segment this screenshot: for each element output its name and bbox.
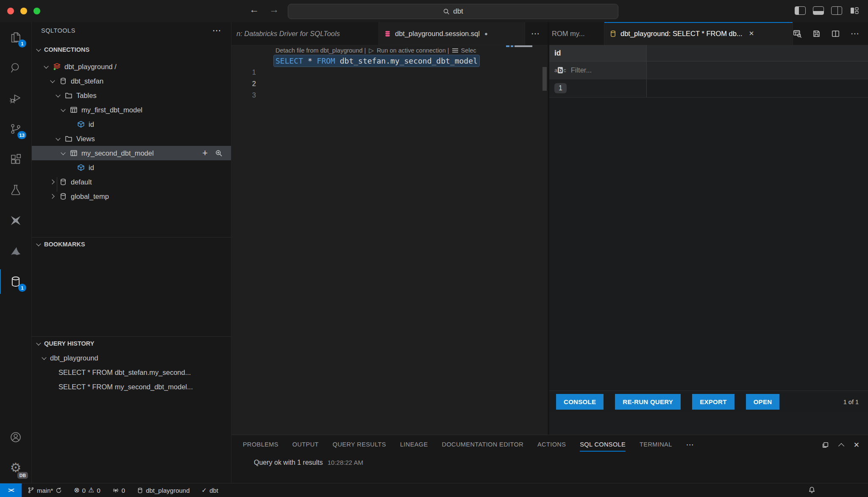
extensions-icon[interactable]	[0, 144, 31, 175]
search-view-icon[interactable]	[0, 53, 31, 83]
maximize-panel-chevron-icon[interactable]	[838, 443, 844, 449]
tab-session-sql[interactable]: dbt_playground.session.sql ●	[379, 22, 525, 45]
column-cube-icon	[77, 120, 85, 128]
tree-item-dbt-stefan[interactable]: dbt_stefan	[32, 74, 231, 88]
code-editor[interactable]: 1 SELECT * FROM dbt_stefan.my_second_dbt…	[231, 55, 548, 89]
codelens: Detach file from dbt_playground | ▷ Run …	[275, 47, 505, 54]
column-header-id[interactable]: id	[549, 45, 647, 61]
tab-documentation-editor[interactable]: DOCUMENTATION EDITOR	[442, 435, 523, 454]
close-window-button[interactable]	[7, 8, 14, 14]
cell-id-value[interactable]: 1	[554, 83, 567, 93]
forward-icon[interactable]: →	[269, 4, 279, 15]
export-button[interactable]: EXPORT	[692, 394, 734, 410]
editor-tabs-right: ROM my... dbt_playground: SELECT * FROM …	[549, 22, 868, 45]
tab-terminal[interactable]: TERMINAL	[640, 435, 672, 454]
tree-item-my-first-dbt-model[interactable]: my_first_dbt_model	[32, 103, 231, 117]
dbt-status-item[interactable]: ✓ dbt	[202, 486, 218, 494]
testing-beaker-icon[interactable]	[0, 175, 31, 205]
dbt-x-extension-icon[interactable]	[0, 205, 31, 236]
sidebar-more-icon[interactable]: ⋯	[212, 25, 222, 36]
explorer-icon[interactable]: 1	[0, 22, 31, 53]
zoom-preview-icon[interactable]	[215, 149, 223, 157]
source-control-icon[interactable]: 13	[0, 114, 31, 144]
sql-star: *	[308, 56, 312, 65]
remote-icon: ><	[8, 487, 13, 494]
editor-actions-more-icon[interactable]: ⋯	[851, 28, 860, 39]
toggle-panel-icon[interactable]	[813, 6, 824, 15]
sync-icon[interactable]	[56, 487, 62, 494]
save-icon[interactable]	[812, 30, 821, 38]
tab-problems[interactable]: PROBLEMS	[243, 435, 278, 454]
tab-databricks-driver[interactable]: n: Databricks Driver for SQLTools	[231, 22, 379, 45]
tab-results-dbt-playground[interactable]: dbt_playground: SELECT * FROM db... ✕	[604, 22, 793, 45]
close-icon[interactable]: ✕	[749, 30, 754, 37]
history-connection-dbt-playground[interactable]: dbt_playground	[32, 351, 231, 365]
close-panel-icon[interactable]: ✕	[854, 441, 860, 450]
a-extension-icon[interactable]	[0, 236, 31, 266]
bookmarks-section-header[interactable]: BOOKMARKS	[32, 237, 231, 251]
minimize-window-button[interactable]	[20, 8, 27, 14]
split-editor-icon[interactable]	[832, 30, 840, 38]
line-number: 3	[231, 89, 256, 101]
sqltools-icon[interactable]: 1	[0, 266, 31, 297]
move-panel-icon[interactable]	[822, 441, 829, 449]
tab-query-results[interactable]: QUERY RESULTS	[333, 435, 386, 454]
tab-output[interactable]: OUTPUT	[292, 435, 319, 454]
tab-sql-console[interactable]: SQL CONSOLE	[580, 435, 626, 454]
rerun-query-button[interactable]: RE-RUN QUERY	[615, 394, 681, 410]
match-case-abc-icon[interactable]: abc	[554, 67, 566, 73]
console-button[interactable]: CONSOLE	[556, 394, 604, 410]
filter-input[interactable]	[570, 66, 635, 75]
run-debug-icon[interactable]	[0, 83, 31, 114]
editor-scrollbar[interactable]	[542, 67, 547, 91]
codelens-run-link[interactable]: Run on active connection |	[377, 47, 449, 54]
minimap[interactable]	[506, 45, 534, 47]
database-icon	[59, 178, 67, 186]
modified-dot-icon[interactable]: ●	[484, 31, 488, 37]
tree-item-id-column[interactable]: id	[32, 117, 231, 131]
tree-item-views-folder[interactable]: Views	[32, 131, 231, 146]
zoom-window-button[interactable]	[33, 8, 40, 14]
run-play-icon[interactable]: ▷	[369, 47, 374, 54]
notifications-bell-icon[interactable]	[808, 486, 815, 494]
back-icon[interactable]: ←	[249, 4, 259, 15]
toggle-secondary-sidebar-icon[interactable]	[831, 6, 842, 15]
history-query-item[interactable]: SELECT * FROM dbt_stefan.my_second...	[32, 365, 231, 380]
branch-status-item[interactable]: main*	[28, 487, 62, 494]
tree-item-id-column[interactable]: id	[32, 160, 231, 175]
customize-layout-icon[interactable]	[849, 6, 860, 15]
command-center-search[interactable]: dbt	[288, 4, 618, 19]
tree-item-default-schema[interactable]: default	[32, 175, 231, 189]
tree-item-tables-folder[interactable]: Tables	[32, 88, 231, 103]
history-query-item[interactable]: SELECT * FROM my_second_dbt_model...	[32, 380, 231, 394]
toggle-sidebar-icon[interactable]	[795, 6, 806, 15]
open-button[interactable]: OPEN	[746, 394, 780, 410]
results-filter-row: abc	[549, 61, 868, 79]
query-history-section-header[interactable]: QUERY HISTORY	[32, 336, 231, 351]
codelens-select-link[interactable]: Selec	[461, 47, 476, 54]
error-icon: ⊗	[74, 487, 79, 494]
connections-section-header[interactable]: CONNECTIONS	[32, 42, 231, 57]
results-data-row[interactable]: 1	[549, 79, 868, 98]
tab-truncated-results[interactable]: ROM my...	[549, 22, 604, 45]
tree-item-my-second-dbt-model[interactable]: my_second_dbt_model +	[32, 146, 231, 160]
tree-item-dbt-playground[interactable]: dbt_playground /	[32, 59, 231, 74]
ports-status-item[interactable]: 0	[112, 487, 125, 494]
problems-status-item[interactable]: ⊗ 0 ⚠ 0	[74, 487, 100, 494]
column-cube-icon	[77, 164, 85, 172]
tab-overflow-more-icon[interactable]: ⋯	[525, 22, 546, 45]
tab-lineage[interactable]: LINEAGE	[400, 435, 428, 454]
tab-actions[interactable]: ACTIONS	[537, 435, 566, 454]
tree-item-global-temp-schema[interactable]: global_temp	[32, 189, 231, 204]
connection-status-item[interactable]: dbt_playground	[137, 487, 189, 494]
remote-indicator[interactable]: ><	[0, 483, 22, 497]
accounts-icon[interactable]	[0, 422, 31, 452]
chevron-down-icon	[60, 150, 67, 156]
codelens-detach-link[interactable]: Detach file from dbt_playground |	[275, 47, 366, 54]
panel-tabs-more-icon[interactable]: ⋯	[686, 440, 695, 450]
chevron-down-icon	[41, 355, 47, 361]
add-to-cursor-icon[interactable]: +	[202, 148, 208, 158]
open-query-results-icon[interactable]	[793, 29, 801, 38]
list-selection-icon[interactable]	[452, 48, 458, 53]
settings-gear-icon[interactable]: ⚙ DB	[0, 452, 31, 483]
